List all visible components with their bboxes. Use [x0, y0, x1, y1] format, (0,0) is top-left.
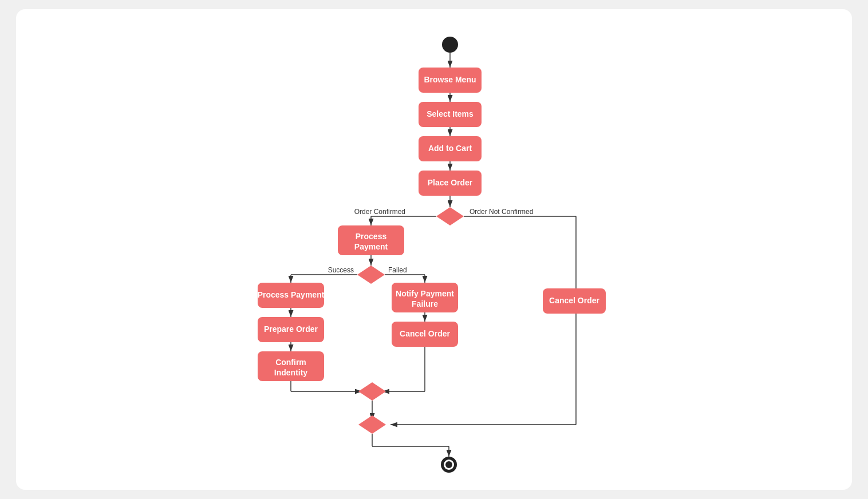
- merge-diamond-2: [358, 415, 386, 434]
- deliver-order-label: Prepare Order: [264, 324, 318, 334]
- place-order-label: Place Order: [428, 178, 473, 187]
- cancel-order-mid-label: Cancel Order: [400, 329, 450, 338]
- add-to-cart-label: Add to Cart: [428, 144, 472, 153]
- success-label: Success: [328, 266, 354, 274]
- process-payment-label-2: Payment: [354, 242, 388, 251]
- prepare-order-label: Process Payment: [258, 290, 325, 299]
- select-items-label: Select Items: [427, 109, 474, 118]
- merge-diamond-1: [358, 382, 386, 401]
- start-node: [442, 37, 458, 53]
- notify-failure-label-2: Failure: [412, 299, 438, 308]
- order-not-confirmed-label: Order Not Confirmed: [469, 208, 533, 216]
- order-confirmed-label: Order Confirmed: [354, 208, 405, 216]
- end-node-fill: [445, 461, 452, 468]
- cancel-order-right-label: Cancel Order: [549, 296, 599, 305]
- confirm-identity-label-1: Confirm: [275, 358, 306, 367]
- order-confirmed-diamond: [436, 207, 464, 225]
- diagram-canvas: Browse Menu Select Items Add to Cart Pla…: [16, 9, 852, 490]
- browse-menu-label: Browse Menu: [424, 75, 476, 84]
- payment-success-diamond: [357, 266, 385, 284]
- failed-label: Failed: [388, 266, 407, 274]
- process-payment-label-1: Process: [356, 232, 387, 241]
- confirm-identity-label-2: Indentity: [274, 368, 308, 377]
- notify-failure-label-1: Notify Payment: [396, 289, 454, 298]
